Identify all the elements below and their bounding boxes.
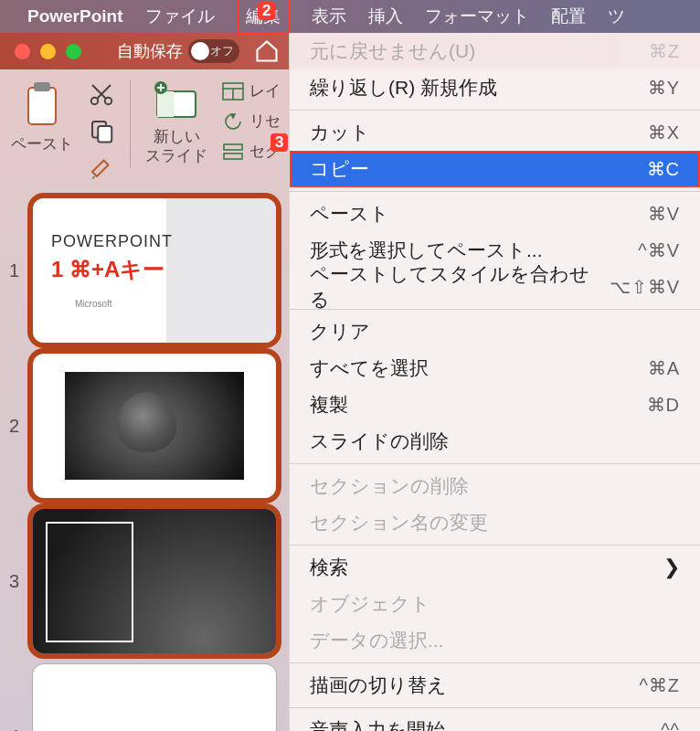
layout-label: レイ [249,80,281,101]
paste-button[interactable]: ペースト [11,80,73,193]
menu-item[interactable]: スライドの削除 [290,423,700,460]
slide-row[interactable]: 2 [0,348,285,503]
menu-tools[interactable]: ツ [608,5,625,28]
format-painter-icon[interactable] [88,154,115,181]
menu-item-shortcut: ⌘D [647,394,680,416]
menu-item-shortcut: ⌥⇧⌘V [610,276,680,298]
menu-item-label: カット [310,120,370,145]
menu-item[interactable]: 音声入力を開始...^^ [290,712,700,731]
menu-item-label: 形式を選択してペースト... [310,238,543,263]
menu-separator [290,110,700,111]
svg-rect-12 [224,144,242,150]
menu-item[interactable]: すべてを選択⌘A [290,350,700,387]
menu-item: オブジェクト [290,586,700,622]
autosave-state: オフ [210,43,234,59]
menu-file[interactable]: ファイル [145,5,215,28]
mac-menubar: PowerPoint ファイル 編集 表示 挿入 フォーマット 配置 ツ [0,0,700,33]
menu-insert[interactable]: 挿入 [368,5,403,28]
menu-item[interactable]: ペーストしてスタイルを合わせる⌥⇧⌘V [290,269,700,305]
menu-format[interactable]: フォーマット [425,5,529,28]
svg-rect-7 [157,91,174,117]
menu-view[interactable]: 表示 [312,5,346,28]
layout-button[interactable]: レイ [222,80,281,101]
annotation-badge-3: 3 [270,133,288,152]
slide-number: 1 [9,260,27,281]
menu-item: 元に戻せません(U)⌘Z [290,33,700,69]
menu-item-shortcut: ^⌘V [638,239,680,261]
svg-rect-0 [28,88,56,124]
slide-thumbnail-1[interactable]: POWERPOINT 1 ⌘+Aキー Microsoft [33,198,276,343]
menu-item-shortcut: ⌘A [648,357,680,379]
slide1-annotation: 1 ⌘+Aキー [51,255,276,284]
submenu-arrow-icon: ❯ [663,556,680,579]
edit-menu-dropdown: 元に戻せません(U)⌘Z繰り返し(R) 新規作成⌘Yカット⌘Xコピー⌘Cペースト… [289,33,700,731]
copy-icon[interactable] [88,117,115,144]
slide-number: 3 [9,571,27,592]
menu-item-shortcut: ⌘X [648,122,680,143]
slide-thumbnail-4[interactable] [33,664,276,731]
slide-number: 2 [9,416,27,437]
menu-item-shortcut: ⌘Z [649,40,680,62]
minimize-window-button[interactable] [40,44,56,59]
autosave-label: 自動保存 [117,40,183,62]
zoom-window-button[interactable] [66,44,81,59]
slide-number: 4 [9,726,27,732]
menu-item-label: 複製 [310,392,348,418]
menu-item-label: ペーストしてスタイルを合わせる [310,261,610,313]
menu-item[interactable]: クリア [290,313,700,350]
new-slide-button[interactable]: 新しい スライド [145,80,207,193]
menu-item-label: スライドの削除 [310,429,449,454]
menu-item-label: 繰り返し(R) 新規作成 [310,75,497,101]
reset-button[interactable]: リセ [222,111,281,132]
menu-item[interactable]: 繰り返し(R) 新規作成⌘Y [290,69,700,106]
svg-rect-1 [34,82,50,91]
menu-separator [290,191,700,192]
autosave-toggle[interactable]: オフ [188,39,239,63]
menu-item[interactable]: カット⌘X [290,114,700,151]
slide1-title: POWERPOINT [51,232,276,251]
slide-row[interactable]: 4 [0,659,285,731]
menu-item-shortcut: ⌘V [648,203,680,225]
slide-thumbnail-3[interactable] [33,509,276,653]
menu-item-shortcut: ^⌘Z [639,674,680,696]
menu-item[interactable]: 描画の切り替え^⌘Z [290,667,700,704]
menu-item-label: 検索 [310,555,348,580]
cat-image [65,372,244,480]
menu-separator [290,545,700,546]
menu-item-label: オブジェクト [310,591,430,617]
menu-item[interactable]: ペースト⌘V [290,196,700,232]
close-window-button[interactable] [15,44,30,59]
menu-item[interactable]: 複製⌘D [290,387,700,423]
menu-item: データの選択... [290,622,700,659]
menu-item-label: すべてを選択 [310,355,429,381]
autosave: 自動保存 オフ [117,39,239,63]
slide-row[interactable]: 1 POWERPOINT 1 ⌘+Aキー Microsoft [0,193,285,348]
menu-item-shortcut: ^^ [661,720,680,732]
new-slide-label-2: スライド [145,145,207,166]
menu-item-shortcut: ⌘C [647,158,680,180]
svg-rect-13 [224,154,242,159]
menu-item-label: 描画の切り替え [310,673,447,698]
menu-separator [290,662,700,663]
menu-item[interactable]: 検索❯ [290,549,700,586]
menu-item-label: 音声入力を開始... [310,717,461,731]
menu-separator [290,707,700,708]
menu-item-shortcut: ⌘Y [648,77,680,99]
annotation-badge-2: 2 [258,2,275,20]
menu-item[interactable]: コピー⌘C [290,151,700,187]
slide-thumbnail-2[interactable] [33,354,276,498]
menu-item: セクション名の変更 [290,504,700,541]
menu-item-label: クリア [310,319,370,344]
menu-item: セクションの削除 [290,468,700,504]
slide1-subtitle: Microsoft [75,299,276,309]
app-name[interactable]: PowerPoint [27,6,123,26]
paste-label: ペースト [11,133,73,154]
menu-item-label: セクションの削除 [310,473,469,499]
cut-icon[interactable] [88,80,115,108]
menu-item-label: ペースト [310,201,389,227]
slide-row[interactable]: 3 [0,503,285,659]
menu-arrange[interactable]: 配置 [551,5,586,28]
slide-panel: 1 POWERPOINT 1 ⌘+Aキー Microsoft 2 3 4 [0,193,285,731]
menu-item-label: 元に戻せません(U) [310,38,475,64]
home-icon[interactable] [254,38,280,64]
